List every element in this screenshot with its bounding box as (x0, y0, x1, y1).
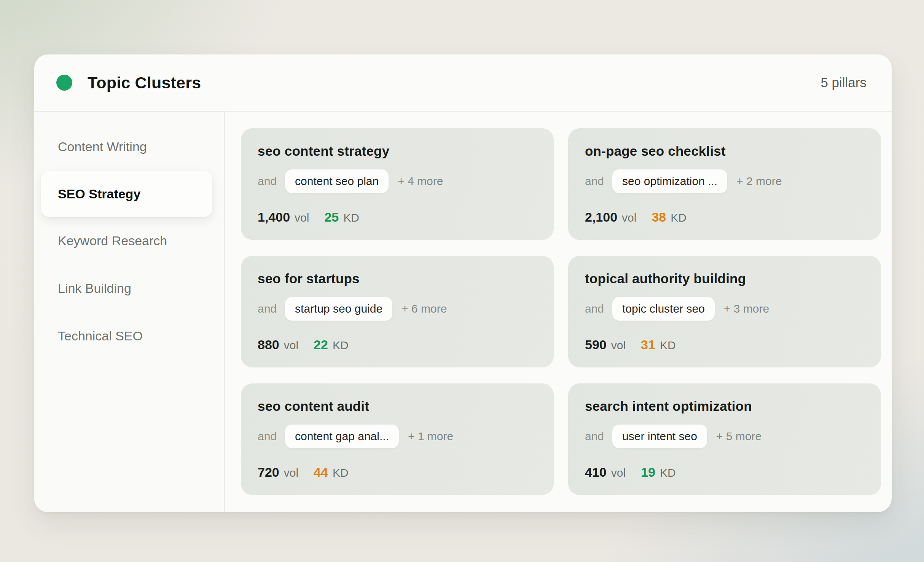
more-keywords-label[interactable]: + 2 more (736, 175, 782, 188)
more-keywords-label[interactable]: + 1 more (408, 430, 453, 443)
volume-value: 720 (258, 465, 279, 480)
keyword-card[interactable]: on-page seo checklist and seo optimizati… (568, 128, 881, 240)
keyword-title: seo content strategy (258, 144, 537, 159)
sidebar-item-label: Link Building (58, 281, 131, 296)
related-keywords-row: and startup seo guide + 6 more (258, 297, 537, 321)
volume-unit-label: vol (284, 339, 298, 352)
related-keyword-pill[interactable]: user intent seo (612, 425, 707, 448)
keyword-title: search intent optimization (585, 399, 864, 414)
more-keywords-label[interactable]: + 3 more (724, 302, 769, 315)
keyword-title: topical authority building (585, 271, 864, 286)
keyword-card[interactable]: search intent optimization and user inte… (568, 383, 881, 495)
keyword-stats: 2,100 vol 38 KD (585, 210, 864, 225)
sidebar-item-seo-strategy[interactable]: SEO Strategy (41, 171, 212, 217)
sidebar-item-label: Content Writing (58, 139, 147, 154)
volume-unit-label: vol (622, 211, 636, 224)
keyword-card[interactable]: seo content strategy and content seo pla… (241, 128, 554, 240)
and-label: and (585, 430, 604, 443)
kd-unit-label: KD (333, 466, 349, 479)
kd-value: 25 (324, 210, 339, 225)
related-keywords-row: and content seo plan + 4 more (258, 169, 537, 193)
and-label: and (258, 430, 277, 443)
related-keywords-row: and topic cluster seo + 3 more (585, 297, 864, 321)
kd-value: 19 (641, 465, 655, 480)
related-keyword-pill[interactable]: topic cluster seo (612, 297, 715, 321)
keyword-title: on-page seo checklist (585, 144, 864, 159)
volume-value: 880 (258, 337, 279, 352)
keyword-stats: 410 vol 19 KD (585, 465, 864, 480)
volume-unit-label: vol (611, 466, 626, 479)
sidebar-item-label: SEO Strategy (58, 187, 140, 201)
sidebar-item-keyword-research[interactable]: Keyword Research (34, 217, 224, 265)
cluster-status-dot-icon (56, 75, 72, 91)
more-keywords-label[interactable]: + 5 more (716, 430, 762, 443)
related-keyword-pill[interactable]: content gap anal... (285, 425, 399, 448)
keyword-card[interactable]: seo for startups and startup seo guide +… (241, 256, 554, 367)
volume-value: 410 (585, 465, 607, 480)
kd-unit-label: KD (660, 339, 676, 352)
kd-value: 31 (641, 337, 655, 352)
more-keywords-label[interactable]: + 6 more (401, 302, 447, 315)
keyword-card[interactable]: topical authority building and topic clu… (568, 256, 881, 367)
keyword-stats: 880 vol 22 KD (258, 337, 537, 352)
related-keyword-pill[interactable]: seo optimization ... (612, 169, 727, 193)
keyword-stats: 1,400 vol 25 KD (258, 210, 537, 225)
more-keywords-label[interactable]: + 4 more (398, 175, 443, 188)
keyword-card[interactable]: seo content audit and content gap anal..… (241, 383, 554, 495)
sidebar-item-technical-seo[interactable]: Technical SEO (34, 312, 224, 360)
volume-unit-label: vol (284, 466, 298, 479)
related-keywords-row: and user intent seo + 5 more (585, 425, 864, 448)
volume-unit-label: vol (611, 339, 626, 352)
keyword-stats: 720 vol 44 KD (258, 465, 537, 480)
page-title: Topic Clusters (88, 73, 201, 92)
keyword-stats: 590 vol 31 KD (585, 337, 864, 352)
related-keywords-row: and seo optimization ... + 2 more (585, 169, 864, 193)
kd-value: 44 (314, 465, 328, 480)
and-label: and (585, 302, 604, 315)
sidebar-item-link-building[interactable]: Link Building (34, 265, 224, 312)
related-keyword-pill[interactable]: content seo plan (285, 169, 389, 193)
and-label: and (258, 302, 277, 315)
sidebar-item-label: Keyword Research (58, 233, 167, 248)
kd-unit-label: KD (343, 211, 359, 224)
pillar-sidebar: Content Writing SEO Strategy Keyword Res… (34, 112, 225, 512)
sidebar-item-label: Technical SEO (58, 329, 143, 343)
keyword-title: seo for startups (258, 271, 537, 286)
kd-unit-label: KD (660, 466, 676, 479)
pillar-count-label: 5 pillars (820, 75, 867, 90)
volume-value: 2,100 (585, 210, 617, 225)
and-label: and (585, 175, 604, 188)
kd-unit-label: KD (333, 339, 349, 352)
panel-header: Topic Clusters 5 pillars (34, 54, 892, 112)
keyword-title: seo content audit (258, 399, 537, 414)
topic-clusters-panel: Topic Clusters 5 pillars Content Writing… (34, 54, 892, 512)
sidebar-item-content-writing[interactable]: Content Writing (34, 123, 224, 171)
and-label: and (258, 175, 277, 188)
kd-value: 22 (314, 337, 328, 352)
volume-value: 590 (585, 337, 607, 352)
related-keywords-row: and content gap anal... + 1 more (258, 425, 537, 448)
related-keyword-pill[interactable]: startup seo guide (285, 297, 392, 321)
keyword-card-grid: seo content strategy and content seo pla… (225, 112, 892, 512)
volume-value: 1,400 (258, 210, 290, 225)
volume-unit-label: vol (295, 211, 309, 224)
kd-value: 38 (652, 210, 666, 225)
panel-body: Content Writing SEO Strategy Keyword Res… (34, 112, 892, 512)
kd-unit-label: KD (671, 211, 687, 224)
